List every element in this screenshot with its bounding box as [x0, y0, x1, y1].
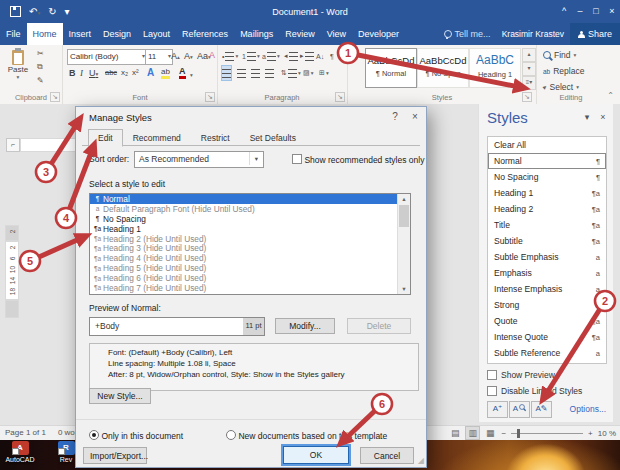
style-list-item[interactable]: ¶a Heading 1 — [90, 224, 398, 234]
style-item[interactable]: Clear All — [488, 137, 606, 153]
minimize-icon[interactable]: – — [572, 0, 588, 23]
styles-launcher-icon[interactable]: ↘ — [522, 92, 532, 102]
style-item[interactable]: No Spacing ¶ — [488, 169, 606, 185]
new-documents-radio[interactable]: New documents based on this template — [226, 430, 387, 441]
strikethrough-icon[interactable]: abc — [105, 66, 117, 80]
scroll-down-icon[interactable]: ▼ — [398, 284, 410, 294]
ribbon-tab[interactable]: Layout — [137, 23, 176, 45]
gallery-more-icon[interactable]: ≡▾ — [522, 76, 536, 90]
dialog-tab[interactable]: Set Defaults — [240, 129, 306, 147]
ribbon-tab[interactable]: Insert — [63, 23, 98, 45]
style-item[interactable]: Emphasis a — [488, 265, 606, 281]
select-button[interactable]: ▸ Select▾ — [543, 82, 579, 92]
decrease-indent-icon[interactable]: ◂ — [284, 49, 298, 63]
style-item[interactable]: Intense Reference a — [488, 361, 606, 364]
font-color-icon[interactable]: A — [179, 66, 186, 79]
find-button[interactable]: Find▾ — [543, 50, 576, 60]
style-list-item[interactable]: ¶ No Spacing — [90, 214, 398, 224]
ribbon-tab[interactable]: References — [176, 23, 234, 45]
options-link[interactable]: Options... — [570, 404, 606, 414]
numbering-icon[interactable]: 1▾ — [242, 49, 260, 63]
style-item[interactable]: Heading 2 ¶a — [488, 201, 606, 217]
gallery-up-icon[interactable]: ▴ — [522, 48, 536, 62]
qat-customize-icon[interactable]: ▾ — [65, 7, 70, 17]
increase-indent-icon[interactable]: ▸ — [300, 49, 314, 63]
ribbon-tab[interactable]: Home — [27, 23, 63, 45]
redo-icon[interactable]: ↻ — [48, 7, 56, 17]
zoom-in-icon[interactable]: + — [588, 429, 593, 438]
close-icon[interactable]: × — [604, 0, 620, 23]
dialog-tab[interactable]: Recommend — [123, 129, 191, 147]
style-list-item[interactable]: a Default Paragraph Font (Hide Until Use… — [90, 204, 398, 214]
shading-icon[interactable]: ▨▾ — [303, 66, 313, 80]
show-recommended-checkbox[interactable]: Show recommended styles only — [292, 154, 424, 165]
text-effects-icon[interactable]: A — [147, 66, 154, 80]
pane-close-icon[interactable]: × — [597, 112, 609, 122]
dialog-tab[interactable]: Restrict — [191, 129, 240, 147]
manage-styles-button[interactable]: A✎ — [531, 401, 552, 418]
modify-button[interactable]: Modify... — [275, 318, 335, 334]
align-left-icon[interactable] — [222, 66, 231, 80]
scrollbar-thumb[interactable] — [399, 205, 409, 227]
font-launcher-icon[interactable]: ↘ — [205, 92, 215, 102]
page-indicator[interactable]: Page 1 of 1 — [5, 428, 46, 437]
resize-grip[interactable]: ◢ — [418, 456, 424, 465]
style-item[interactable]: Strong a — [488, 297, 606, 313]
save-icon[interactable] — [10, 6, 21, 17]
ribbon-tab[interactable]: File — [0, 23, 27, 45]
new-style-button[interactable]: New Style... — [89, 388, 151, 404]
sort-order-dropdown[interactable]: As Recommended ▾ — [134, 151, 264, 168]
style-gallery-item[interactable]: AaBbC Heading 1 — [469, 48, 521, 88]
clear-formatting-icon[interactable]: A — [209, 48, 215, 62]
justify-icon[interactable] — [265, 66, 274, 80]
ribbon-tab[interactable]: Review — [279, 23, 321, 45]
style-item[interactable]: Quote ¶a — [488, 313, 606, 329]
tab-selector[interactable]: ⌐ — [6, 138, 20, 152]
grow-font-icon[interactable]: A▴ — [171, 49, 180, 64]
undo-icon[interactable]: ↶▾ — [29, 7, 40, 17]
style-item[interactable]: Title ¶a — [488, 217, 606, 233]
maximize-icon[interactable]: □ — [588, 0, 604, 23]
superscript-icon[interactable]: x² — [132, 66, 139, 80]
style-item[interactable]: Subtitle ¶a — [488, 233, 606, 249]
align-center-icon[interactable] — [237, 66, 246, 80]
replace-button[interactable]: ab Replace — [543, 66, 584, 76]
bold-icon[interactable]: B — [69, 66, 76, 80]
show-paragraph-marks-icon[interactable]: ¶ — [330, 49, 334, 63]
only-this-document-radio[interactable]: Only in this document — [89, 430, 183, 441]
line-spacing-icon[interactable]: ⇅▾ — [281, 66, 301, 80]
style-item[interactable]: Intense Emphasis a — [488, 281, 606, 297]
share-button[interactable]: Share — [570, 23, 620, 45]
ribbon-tab[interactable]: Developer — [352, 23, 405, 45]
bullets-icon[interactable]: •▾ — [222, 49, 238, 63]
borders-icon[interactable]: ⊞▾ — [319, 66, 329, 80]
new-style-button[interactable]: A⁺ — [487, 401, 508, 418]
import-export-button[interactable]: Import/Export... — [83, 447, 147, 464]
style-list-item[interactable]: ¶a Heading 2 (Hide Until Used) — [90, 234, 398, 244]
dialog-close-icon[interactable]: × — [408, 111, 422, 122]
shrink-font-icon[interactable]: A▾ — [184, 49, 193, 64]
collapse-ribbon-icon[interactable]: ⌃ — [607, 91, 614, 100]
ribbon-tab[interactable]: View — [321, 23, 352, 45]
style-list-item[interactable]: ¶a Heading 7 (Hide Until Used) — [90, 283, 398, 293]
disable-linked-checkbox[interactable]: Disable Linked Styles — [487, 386, 582, 396]
web-layout-icon[interactable]: ▦ — [484, 427, 497, 439]
style-list-item[interactable]: ¶a Heading 5 (Hide Until Used) — [90, 263, 398, 273]
italic-icon[interactable]: I — [80, 66, 83, 80]
show-preview-checkbox[interactable]: Show Preview — [487, 370, 555, 380]
dialog-tab[interactable]: Edit — [88, 129, 123, 147]
chevron-down-icon[interactable]: ▾ — [249, 152, 263, 165]
style-list-item[interactable]: ¶a Heading 3 (Hide Until Used) — [90, 243, 398, 253]
zoom-level[interactable]: 10 % — [598, 429, 616, 438]
ribbon-tab[interactable]: Design — [97, 23, 137, 45]
style-item[interactable]: Subtle Reference a — [488, 345, 606, 361]
font-name-combo[interactable]: Calibri (Body)▾ — [67, 49, 147, 65]
zoom-out-icon[interactable]: − — [501, 429, 506, 438]
ribbon-display-options-icon[interactable]: ^ — [556, 0, 572, 23]
style-list-item[interactable]: ¶a Heading 4 (Hide Until Used) — [90, 253, 398, 263]
gallery-down-icon[interactable]: ▾ — [522, 62, 536, 76]
style-item[interactable]: Subtle Emphasis a — [488, 249, 606, 265]
zoom-slider-knob[interactable] — [517, 429, 520, 438]
desktop-icon-autocad[interactable]: A AutoCAD — [2, 441, 38, 463]
style-inspector-button[interactable]: A — [509, 401, 530, 418]
